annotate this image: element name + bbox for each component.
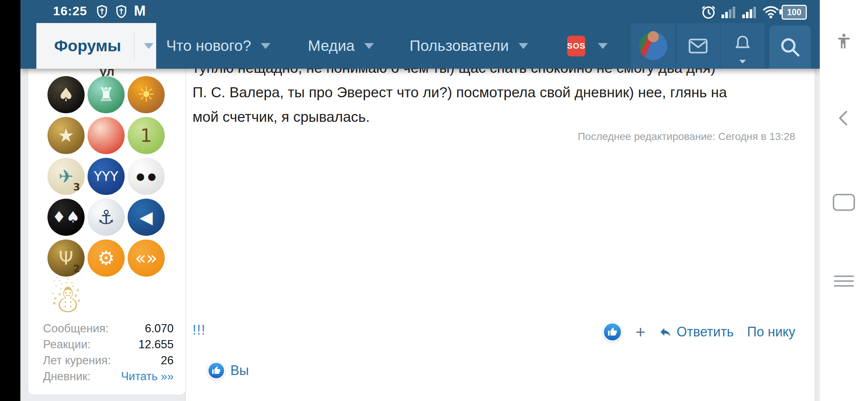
- badge-icon: ● ●: [136, 172, 156, 181]
- badge-panda[interactable]: ● ●: [128, 158, 165, 195]
- alarm-clock-icon: [700, 4, 717, 20]
- user-stats: Сообщения: 6.070 Реакции: 12.655 Лет кур…: [43, 320, 174, 384]
- badge-emerald-city[interactable]: ♜: [88, 76, 125, 113]
- back-icon: [834, 108, 854, 128]
- recents-icon: [834, 276, 854, 287]
- badge-icon: ☃: [49, 280, 83, 318]
- android-navigation-bar: [820, 0, 868, 401]
- badge-icon: ΥΥΥ: [94, 170, 118, 183]
- reply-arrow-icon: [659, 325, 672, 339]
- shield-icon: [95, 4, 109, 19]
- badge-apple[interactable]: [88, 117, 125, 154]
- sos-icon[interactable]: SOS: [567, 36, 585, 56]
- badge-sunrise-canyon[interactable]: ☀: [128, 76, 165, 113]
- like-button[interactable]: [603, 322, 622, 342]
- last-edited-note: Последнее редактирование: Сегодня в 13:2…: [578, 131, 795, 143]
- badge-icon: ⚙: [98, 248, 115, 268]
- nav-sos[interactable]: SOS: [567, 23, 608, 69]
- accessibility-button[interactable]: [820, 33, 868, 50]
- chevron-down-icon[interactable]: [261, 43, 270, 49]
- badge-reading-club[interactable]: «»: [128, 239, 165, 277]
- badge-snowman[interactable]: ☃: [47, 280, 85, 317]
- left-black-edge: [0, 0, 20, 401]
- gmail-icon: M: [134, 3, 146, 19]
- badge-icon: ⚓: [98, 208, 115, 227]
- chevron-down-icon[interactable]: [364, 43, 374, 49]
- award-badges-grid: ♠ ♜ ☀ ★ 1 ✈ 3 ΥΥΥ: [47, 76, 166, 317]
- avatar[interactable]: [639, 32, 667, 60]
- nav-users[interactable]: Пользователи: [410, 23, 528, 69]
- add-reaction-button[interactable]: +: [635, 323, 645, 340]
- back-button[interactable]: [820, 108, 868, 128]
- stat-diary: Дневник: Читать »»: [43, 368, 174, 384]
- signal-bars-icon: [721, 6, 737, 18]
- badge-captain[interactable]: ⚓: [88, 199, 125, 236]
- account-button[interactable]: [631, 23, 675, 69]
- badge-icon: ♜: [98, 85, 115, 104]
- nav-media[interactable]: Медиа: [308, 23, 374, 69]
- forum-header: Форумы Что нового? Медиа Пользователи SO…: [20, 23, 820, 69]
- post-line: П. С. Валера, ты про Эверест что ли?) по…: [193, 80, 805, 105]
- shield-icon: [114, 4, 129, 19]
- stat-messages: Сообщения: 6.070: [43, 320, 174, 336]
- stat-reactions: Реакции: 12.655: [43, 336, 174, 352]
- search-icon: [780, 37, 800, 58]
- badge-card-deck[interactable]: ♦♠: [47, 199, 85, 236]
- chevron-down-icon: [739, 60, 746, 63]
- badge-icon: ♠: [58, 85, 75, 104]
- reactions-you-label[interactable]: Вы: [230, 363, 249, 378]
- diary-read-link[interactable]: Читать »»: [121, 370, 174, 383]
- badge-community[interactable]: ΥΥΥ: [88, 158, 125, 195]
- alerts-button[interactable]: [720, 23, 765, 69]
- clock: 16:25: [53, 4, 87, 18]
- badge-count: 2: [73, 263, 80, 274]
- badge-icon: ☀: [137, 85, 155, 105]
- chevron-down-icon[interactable]: [519, 43, 528, 49]
- quote-by-nick-button[interactable]: По нику: [747, 324, 795, 340]
- badge-icon: «»: [135, 249, 157, 267]
- badge-year-one[interactable]: 1: [128, 117, 165, 154]
- accessibility-icon: [835, 33, 852, 50]
- badge-icon: ✈: [59, 167, 73, 185]
- badge-count: 3: [73, 181, 80, 193]
- battery-icon: 100: [782, 5, 807, 20]
- thumbs-up-icon: [212, 366, 221, 375]
- screenshot-root: 16:25 M 100 Форумы Что нового? Медиа Пол…: [0, 0, 868, 401]
- badge-no-smoking-star[interactable]: ★: [47, 117, 85, 154]
- chevron-down-icon[interactable]: [598, 43, 608, 49]
- stat-years-smoking: Лет курения: 26: [43, 352, 174, 368]
- badge-robot-chef[interactable]: ⚙: [88, 239, 125, 277]
- reply-button[interactable]: Ответить: [659, 324, 734, 340]
- mail-icon: [688, 38, 708, 54]
- badge-trophy-2[interactable]: Ψ 2: [47, 239, 85, 277]
- home-button[interactable]: [820, 194, 868, 211]
- post-actions: + Ответить По нику: [603, 322, 795, 342]
- post-card: туплю нещадно, не понимаю о чем ты) щас …: [185, 56, 815, 401]
- badge-megaphone[interactable]: ◀: [128, 199, 165, 236]
- chevron-down-icon[interactable]: [144, 43, 154, 49]
- android-status-bar: 16:25 M 100: [20, 0, 820, 23]
- like-reaction-icon: [207, 362, 225, 379]
- badge-icon: ★: [58, 126, 75, 145]
- inbox-button[interactable]: [675, 23, 720, 69]
- reactions-bar[interactable]: Вы: [207, 362, 249, 379]
- thumbs-up-icon: [608, 327, 617, 337]
- badge-airplane-3[interactable]: ✈ 3: [47, 158, 85, 195]
- badge-mafioso[interactable]: ♠: [47, 76, 85, 113]
- tab-forums-label: Форумы: [54, 37, 121, 55]
- post-line: мой счетчик, я срывалась.: [193, 105, 805, 129]
- search-button[interactable]: [769, 25, 811, 69]
- badge-icon: Ψ: [59, 249, 73, 267]
- recents-button[interactable]: [820, 276, 868, 287]
- wifi-icon: [762, 4, 779, 19]
- badge-icon: ♦♠: [52, 209, 80, 225]
- divider: [134, 33, 134, 59]
- user-info-card: ул ♠ ♜ ☀ ★ 1 ✈ 3 ΥΥ: [28, 56, 186, 395]
- home-icon: [833, 194, 855, 211]
- nav-whats-new[interactable]: Что нового?: [166, 23, 270, 69]
- tab-forums[interactable]: Форумы: [36, 23, 156, 69]
- signal-bars-icon: [742, 6, 758, 18]
- user-panel: [631, 23, 765, 69]
- badge-icon: ◀: [139, 209, 152, 226]
- post-signature: !!!: [193, 322, 206, 338]
